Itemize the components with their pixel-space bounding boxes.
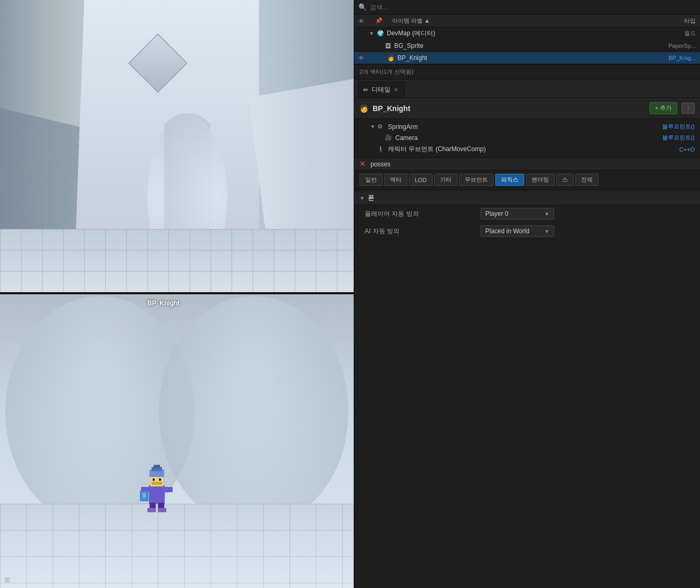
player-possess-dropdown-text: Player 0	[485, 210, 508, 217]
pixel-character	[136, 462, 178, 514]
search-icon: 🔍	[358, 3, 367, 11]
charmove-name: 캐릭터 무브먼트 (CharMoveComp)	[388, 145, 679, 154]
actor-header: 🧑 BP_Knight + 추가 ⋮	[354, 98, 700, 119]
outliner-item-bpknight[interactable]: 👁 🧑 BP_Knight BP_Knig...	[354, 52, 700, 64]
bgsprite-name: BG_Sprite	[394, 42, 654, 49]
right-panel: 🔍 👁 📌 아이템 라벨 ▲ 타입 ▼ 🌍 DevMap (에디터) 월드	[354, 0, 700, 588]
details-tab-bar: ✏ 디테일 ✕	[354, 79, 700, 98]
prop-row-player-possess: 플레이어 자동 빙의 Player 0 ▼	[354, 205, 700, 223]
player-possess-dropdown-arrow: ▼	[544, 211, 549, 217]
bpknight-type: BP_Knig...	[654, 55, 696, 61]
pin-col-header: 📌	[375, 17, 384, 24]
pawn-section-title: 폰	[368, 194, 374, 203]
posses-label: posses	[371, 161, 391, 168]
pawn-section-header[interactable]: ▼ 폰	[354, 192, 700, 205]
bgsprite-icon: 🖼	[384, 42, 392, 50]
ai-possess-label: AI 자동 빙의	[365, 227, 481, 236]
viewport-bottom[interactable]: BP_Knight	[0, 294, 354, 588]
devmap-expand-icon: ▼	[369, 31, 376, 36]
outliner-header: 👁 📌 아이템 라벨 ▲ 타입	[354, 15, 700, 27]
bgsprite-type: PaperSp...	[654, 43, 696, 49]
degree-indicator: 90.000000 °	[291, 577, 322, 584]
camera-name: Camera	[395, 134, 662, 142]
devmap-name: DevMap (에디터)	[387, 29, 654, 38]
details-panel: ✏ 디테일 ✕ 🧑 BP_Knight + 추가 ⋮	[354, 79, 700, 588]
prop-row-ai-possess: AI 자동 빙의 Placed in World ▼	[354, 223, 700, 240]
bp-knight-viewport-label: BP_Knight	[147, 300, 179, 307]
tab-btn-physics[interactable]: 피직스	[495, 174, 524, 186]
comp-item-charmove[interactable]: 🚶 캐릭터 무브먼트 (CharMoveComp) C++O	[354, 143, 700, 155]
tab-btn-movement[interactable]: 무브먼트	[459, 174, 494, 186]
camera-type: 블루프린트()	[662, 134, 695, 142]
type-col-header: 타입	[654, 17, 696, 25]
ai-possess-dropdown[interactable]: Placed in World ▼	[481, 225, 554, 237]
devmap-type: 월드	[654, 29, 696, 37]
tab-btn-rendering[interactable]: 렌더링	[526, 174, 555, 186]
charmove-type: C++O	[679, 146, 695, 153]
corner-move-icon[interactable]: ⊞	[4, 575, 11, 584]
player-possess-dropdown[interactable]: Player 0 ▼	[481, 208, 554, 220]
svg-rect-15	[147, 508, 156, 512]
actor-header-name: BP_Knight	[373, 104, 645, 113]
actor-header-icon: 🧑	[359, 104, 368, 113]
comp-item-springarm[interactable]: ▼ ⚙ SpringArm 블루프린트()	[354, 121, 700, 132]
label-col-header[interactable]: 아이템 라벨 ▲	[392, 17, 647, 25]
outliner-list: ▼ 🌍 DevMap (에디터) 월드 🖼 BG_Sprite PaperSp.…	[354, 27, 700, 64]
pawn-section: ▼ 폰 플레이어 자동 빙의 Player 0 ▼	[354, 190, 700, 242]
details-tab-label: 디테일	[372, 85, 391, 94]
outliner-item-bgsprite[interactable]: 🖼 BG_Sprite PaperSp...	[354, 40, 700, 52]
svg-rect-12	[143, 493, 146, 497]
options-button[interactable]: ⋮	[682, 103, 695, 114]
svg-rect-5	[153, 479, 155, 481]
bpknight-icon: 🧑	[387, 54, 395, 62]
viewport-area: BP_Knight	[0, 0, 354, 588]
svg-rect-0	[149, 485, 165, 504]
actor-count: 2개 액터(1개 선택됨)	[354, 64, 700, 79]
camera-icon: 🎥	[385, 134, 393, 141]
viewport-top[interactable]	[0, 0, 354, 292]
tab-buttons-row: 일반 액터 LOD 기타 무브먼트 피직스 렌더링 스 전체	[354, 171, 700, 190]
tab-btn-actor[interactable]: 액터	[384, 174, 407, 186]
svg-rect-16	[158, 508, 166, 512]
ai-possess-dropdown-text: Placed in World	[485, 227, 529, 235]
ai-possess-dropdown-arrow: ▼	[544, 228, 549, 234]
tab-btn-other[interactable]: 기타	[434, 174, 457, 186]
eye-col-header: 👁	[358, 18, 367, 24]
details-tab[interactable]: ✏ 디테일 ✕	[358, 82, 405, 97]
svg-rect-4	[154, 465, 160, 468]
ai-possess-value: Placed in World ▼	[481, 225, 695, 237]
details-tab-close[interactable]: ✕	[394, 87, 398, 93]
springarm-type: 블루프린트()	[662, 123, 695, 131]
posses-section: ✕ posses	[354, 158, 700, 171]
details-tab-icon: ✏	[363, 86, 368, 94]
tab-btn-lod[interactable]: LOD	[409, 174, 433, 186]
main-layout: BP_Knight	[0, 0, 700, 588]
bpknight-eye[interactable]: 👁	[358, 55, 367, 61]
svg-rect-7	[152, 482, 162, 485]
player-possess-label: 플레이어 자동 빙의	[365, 210, 481, 218]
comp-item-camera[interactable]: 🎥 Camera 블루프린트()	[354, 132, 700, 143]
tab-btn-all[interactable]: 전체	[575, 174, 598, 186]
svg-rect-6	[159, 479, 161, 481]
player-possess-value: Player 0 ▼	[481, 208, 695, 220]
charmove-icon: 🚶	[377, 146, 386, 153]
tab-btn-general[interactable]: 일반	[359, 174, 383, 186]
component-tree: ▼ ⚙ SpringArm 블루프린트() 🎥 Camera 블루프린트()	[354, 119, 700, 158]
search-input[interactable]	[370, 4, 696, 11]
details-content[interactable]: 🧑 BP_Knight + 추가 ⋮ ▼ ⚙ SpringArm	[354, 98, 700, 588]
springarm-icon: ⚙	[377, 123, 386, 130]
svg-rect-9	[165, 487, 173, 492]
devmap-icon: 🌍	[376, 29, 385, 38]
outliner-item-devmap[interactable]: ▼ 🌍 DevMap (에디터) 월드	[354, 27, 700, 40]
content-area: BP_Knight	[0, 0, 700, 588]
pawn-expand-icon: ▼	[359, 195, 365, 201]
search-bar: 🔍	[354, 0, 700, 15]
add-component-button[interactable]: + 추가	[649, 102, 677, 114]
bpknight-name: BP_Knight	[397, 54, 654, 62]
springarm-name: SpringArm	[388, 123, 662, 131]
posses-x-icon[interactable]: ✕	[359, 160, 365, 168]
tab-btn-s[interactable]: 스	[556, 174, 574, 186]
springarm-expand-icon: ▼	[370, 124, 377, 129]
